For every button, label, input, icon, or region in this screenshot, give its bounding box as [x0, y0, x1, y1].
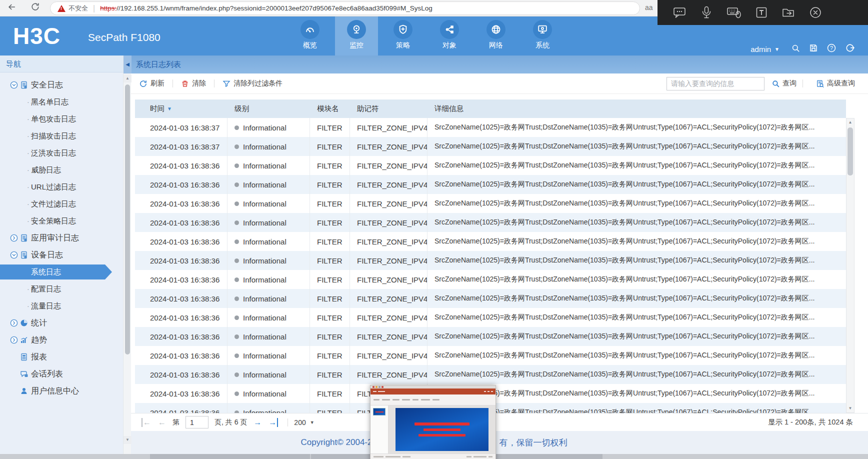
first-page-icon[interactable]: ←: [142, 418, 151, 427]
level-dot-icon: [234, 240, 239, 244]
column-header[interactable]: 时间▼: [135, 104, 228, 114]
sidebar-item[interactable]: 系统日志: [0, 264, 123, 280]
column-header[interactable]: 模块名: [310, 104, 350, 114]
clear-filter-button[interactable]: 清除列过滤条件: [220, 79, 284, 88]
expand-right-icon[interactable]: [10, 234, 18, 242]
sidebar-item[interactable]: 应用审计日志: [0, 230, 123, 246]
mic-icon[interactable]: [700, 6, 713, 20]
nav-item-object-share[interactable]: 对象: [428, 16, 471, 56]
expand-right-icon[interactable]: [10, 336, 18, 344]
prev-page-icon[interactable]: ←: [158, 418, 166, 427]
help-icon[interactable]: ?: [826, 43, 836, 55]
refresh-button[interactable]: 刷新: [137, 79, 166, 88]
nav-item-network-globe[interactable]: 网络: [474, 16, 518, 56]
logout-icon[interactable]: [845, 43, 855, 55]
sidebar-scroll-thumb[interactable]: [125, 84, 130, 354]
expand-down-icon[interactable]: [10, 81, 18, 89]
bullet-icon: ·: [27, 302, 30, 310]
cell-detail: SrcZoneName(1025)=政务网Trust;DstZoneName(1…: [428, 251, 846, 270]
table-row[interactable]: 2024-01-03 16:38:36InformationalFILTERFI…: [135, 270, 846, 289]
nav-item-policy-shield[interactable]: 策略: [382, 16, 424, 56]
sidebar-item[interactable]: · 配置日志: [0, 280, 123, 298]
table-scroll-up-icon[interactable]: ▲: [846, 118, 854, 126]
security-warning-icon[interactable]: [58, 5, 66, 12]
floating-window[interactable]: [370, 385, 496, 459]
sidebar-item[interactable]: · 泛洪攻击日志: [0, 144, 123, 162]
search-button[interactable]: 查询: [772, 79, 796, 88]
search-input[interactable]: [666, 77, 764, 90]
sidebar-item[interactable]: 用户信息中心: [0, 382, 123, 400]
address-bar[interactable]: 不安全 | https: //192.168.255.1/wnm/frame/i…: [50, 2, 640, 15]
sidebar-item[interactable]: · 黑名单日志: [0, 94, 123, 110]
sidebar-item[interactable]: · 威胁日志: [0, 162, 123, 178]
header-search-icon[interactable]: [791, 44, 800, 55]
table-scroll-down-icon[interactable]: ▼: [846, 404, 854, 412]
cell-level: Informational: [228, 137, 310, 156]
column-header[interactable]: 级别: [228, 104, 310, 114]
table-row[interactable]: 2024-01-03 16:38:36InformationalFILTERFI…: [135, 213, 846, 232]
chat-icon[interactable]: [672, 6, 686, 19]
next-page-icon[interactable]: →: [254, 418, 262, 427]
table-row[interactable]: 2024-01-03 16:38:36InformationalFILTERFI…: [135, 346, 846, 365]
table-row[interactable]: 2024-01-03 16:38:36InformationalFILTERFI…: [135, 327, 846, 346]
save-icon[interactable]: [809, 44, 818, 54]
page-size-select[interactable]: 200 ▼: [294, 418, 314, 426]
advanced-search-button[interactable]: 高级查询: [816, 79, 855, 88]
text-tool-icon[interactable]: [755, 6, 768, 19]
table-row[interactable]: 2024-01-03 16:38:37InformationalFILTERFI…: [135, 137, 846, 156]
table-scroll-thumb[interactable]: [848, 128, 853, 176]
table-row[interactable]: 2024-01-03 16:38:36InformationalFILTERFI…: [135, 156, 846, 175]
keyboard-mouse-icon[interactable]: [726, 6, 742, 19]
sidebar-item[interactable]: 趋势: [0, 332, 123, 348]
expand-right-icon[interactable]: [10, 319, 18, 327]
floating-window-titlebar[interactable]: [370, 388, 496, 394]
column-header[interactable]: 详细信息: [428, 104, 846, 114]
send-window-icon[interactable]: [782, 6, 796, 19]
bullet-icon: ·: [27, 200, 30, 208]
sidebar-item[interactable]: · 文件过滤日志: [0, 196, 123, 212]
close-icon[interactable]: [809, 6, 822, 19]
nav-item-overview-gauge[interactable]: 概览: [288, 16, 332, 56]
table-row[interactable]: 2024-01-03 16:38:36InformationalFILTERFI…: [135, 232, 846, 251]
sidebar-item[interactable]: 设备日志: [0, 246, 123, 264]
sort-desc-icon[interactable]: ▼: [167, 106, 172, 112]
slide-thumbnail[interactable]: [373, 408, 386, 416]
cell-module: FILTER: [310, 213, 350, 232]
monitor-camera-icon: [347, 20, 366, 39]
nav-item-system-screen[interactable]: 系统: [521, 16, 564, 56]
clear-button[interactable]: 清除: [179, 79, 208, 88]
sidebar-scroll-up-icon[interactable]: ▲: [124, 74, 132, 82]
sidebar-item[interactable]: 会话列表: [0, 366, 123, 382]
policy-shield-icon: [394, 20, 412, 39]
table-row[interactable]: 2024-01-03 16:38:36InformationalFILTERFI…: [135, 175, 846, 194]
table-row[interactable]: 2024-01-03 16:38:36InformationalFILTERFI…: [135, 308, 846, 327]
sidebar-item[interactable]: · 安全策略日志: [0, 212, 123, 230]
last-page-icon[interactable]: →: [268, 418, 278, 427]
sidebar-tree: 安全日志· 黑名单日志· 单包攻击日志· 扫描攻击日志· 泛洪攻击日志· 威胁日…: [0, 72, 123, 400]
sidebar-item[interactable]: 统计: [0, 314, 123, 332]
expand-down-icon[interactable]: [10, 251, 18, 259]
table-row[interactable]: 2024-01-03 16:38:36InformationalFILTERFI…: [135, 194, 846, 213]
table-row[interactable]: 2024-01-03 16:38:37InformationalFILTERFI…: [135, 118, 846, 137]
table-row[interactable]: 2024-01-03 16:38:36InformationalFILTERFI…: [135, 251, 846, 270]
sidebar-item[interactable]: 安全日志: [0, 76, 123, 94]
browser-reload-icon[interactable]: [29, 2, 41, 14]
sidebar-item[interactable]: · 流量日志: [0, 298, 123, 314]
browser-back-icon[interactable]: [6, 2, 18, 14]
user-menu[interactable]: admin ▼: [750, 45, 780, 54]
column-header[interactable]: 助记符: [350, 104, 428, 114]
nav-item-monitor-camera[interactable]: 监控: [335, 16, 378, 56]
sidebar-scroll-down-icon[interactable]: ▼: [124, 436, 132, 444]
cell-time: 2024-01-03 16:38:36: [135, 327, 228, 346]
table-row[interactable]: 2024-01-03 16:38:36InformationalFILTERFI…: [135, 365, 846, 384]
sidebar-item[interactable]: · URL过滤日志: [0, 178, 123, 196]
sidebar-item[interactable]: · 单包攻击日志: [0, 110, 123, 128]
sidebar-item[interactable]: · 扫描攻击日志: [0, 128, 123, 144]
product-name: SecPath F1080: [88, 32, 160, 44]
table-row[interactable]: 2024-01-03 16:38:36InformationalFILTERFI…: [135, 289, 846, 308]
level-dot-icon: [234, 278, 239, 282]
pie-icon: [20, 319, 28, 327]
sidebar-item[interactable]: 报表: [0, 348, 123, 366]
page-number-input[interactable]: [186, 416, 208, 428]
sidebar-collapse-icon[interactable]: ◀: [124, 56, 132, 74]
